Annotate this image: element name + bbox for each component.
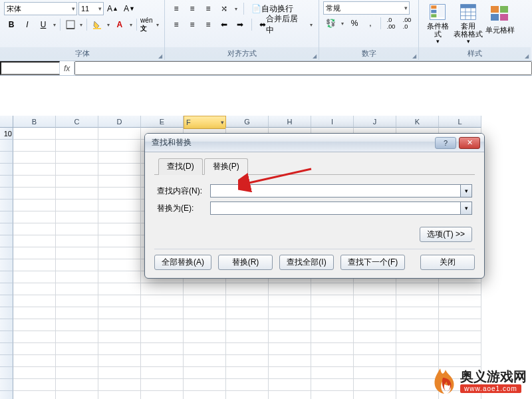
cell-B20[interactable] bbox=[13, 343, 56, 355]
close-button[interactable]: 关闭 bbox=[420, 255, 475, 270]
cell-D4[interactable] bbox=[98, 152, 141, 164]
fill-color-button[interactable] bbox=[90, 17, 104, 32]
decrease-font-button[interactable]: A▼ bbox=[122, 1, 137, 16]
align-bottom-button[interactable]: ≡ bbox=[201, 1, 215, 16]
row-header-21[interactable] bbox=[0, 355, 13, 367]
cell-H16[interactable] bbox=[269, 295, 311, 307]
cell-L15[interactable] bbox=[439, 283, 481, 295]
cell-C19[interactable] bbox=[56, 331, 98, 343]
row-header-7[interactable] bbox=[0, 188, 13, 200]
name-box[interactable] bbox=[0, 61, 60, 75]
cell-B13[interactable] bbox=[13, 259, 56, 271]
col-header-E[interactable]: E bbox=[141, 116, 184, 128]
cell-C16[interactable] bbox=[56, 295, 98, 307]
cell-K20[interactable] bbox=[396, 343, 439, 355]
cell-C14[interactable] bbox=[56, 271, 98, 283]
cell-E23[interactable] bbox=[141, 379, 184, 391]
merge-center-button[interactable]: ⬌ 合并后居中 bbox=[256, 17, 307, 32]
cell-E21[interactable] bbox=[141, 355, 184, 367]
dialog-close-button[interactable]: ✕ bbox=[459, 137, 480, 149]
cell-C21[interactable] bbox=[56, 355, 98, 367]
align-top-button[interactable]: ≡ bbox=[169, 1, 184, 16]
cell-K19[interactable] bbox=[396, 331, 439, 343]
cell-J15[interactable] bbox=[354, 283, 396, 295]
row-header-22[interactable] bbox=[0, 367, 13, 379]
row-header-8[interactable] bbox=[0, 200, 13, 211]
cell-H23[interactable] bbox=[269, 379, 311, 391]
cell-F15[interactable] bbox=[184, 283, 226, 295]
cell-E18[interactable] bbox=[141, 319, 184, 331]
fx-label[interactable]: fx bbox=[60, 61, 74, 75]
row-header-23[interactable] bbox=[0, 379, 13, 391]
cell-L17[interactable] bbox=[439, 307, 481, 319]
border-dropdown[interactable]: ▾ bbox=[79, 17, 84, 32]
row-header-14[interactable] bbox=[0, 271, 13, 283]
cell-J24[interactable] bbox=[354, 391, 396, 399]
cell-I16[interactable] bbox=[311, 295, 354, 307]
cell-D18[interactable] bbox=[98, 319, 141, 331]
cell-I24[interactable] bbox=[311, 391, 354, 399]
cell-B12[interactable] bbox=[13, 247, 56, 259]
row-header-6[interactable] bbox=[0, 176, 13, 188]
cell-I17[interactable] bbox=[311, 307, 354, 319]
cell-C20[interactable] bbox=[56, 343, 98, 355]
cell-B17[interactable] bbox=[13, 307, 56, 319]
border-button[interactable] bbox=[63, 17, 78, 32]
cell-H22[interactable] bbox=[269, 367, 311, 379]
row-header-20[interactable] bbox=[0, 343, 13, 355]
cell-H18[interactable] bbox=[269, 319, 311, 331]
cell-styles-button[interactable]: 单元格样 bbox=[484, 1, 516, 45]
cell-B15[interactable] bbox=[13, 283, 56, 295]
cell-J21[interactable] bbox=[354, 355, 396, 367]
increase-decimal-button[interactable]: .0.00 bbox=[384, 16, 398, 31]
cell-B6[interactable] bbox=[13, 176, 56, 188]
col-header-K[interactable]: K bbox=[396, 116, 439, 128]
number-format-select[interactable]: 常规 bbox=[323, 1, 410, 15]
cell-L16[interactable] bbox=[439, 295, 481, 307]
cell-J16[interactable] bbox=[354, 295, 396, 307]
formula-input[interactable] bbox=[74, 61, 532, 75]
cell-E24[interactable] bbox=[141, 391, 184, 399]
col-header-C[interactable]: C bbox=[56, 116, 98, 128]
cell-C17[interactable] bbox=[56, 307, 98, 319]
cell-D9[interactable] bbox=[98, 211, 141, 223]
cell-G20[interactable] bbox=[226, 343, 269, 355]
cell-I21[interactable] bbox=[311, 355, 354, 367]
cell-L20[interactable] bbox=[439, 343, 481, 355]
row-header-9[interactable] bbox=[0, 211, 13, 223]
cell-D6[interactable] bbox=[98, 176, 141, 188]
cell-K15[interactable] bbox=[396, 283, 439, 295]
cell-J19[interactable] bbox=[354, 331, 396, 343]
cell-K21[interactable] bbox=[396, 355, 439, 367]
cell-E16[interactable] bbox=[141, 295, 184, 307]
cell-F19[interactable] bbox=[184, 331, 226, 343]
font-size-select[interactable]: 11 bbox=[78, 2, 104, 15]
underline-button[interactable]: U bbox=[36, 17, 51, 32]
col-header-B[interactable]: B bbox=[13, 116, 56, 128]
accounting-format-button[interactable]: 💱 bbox=[323, 16, 338, 31]
italic-button[interactable]: I bbox=[20, 17, 35, 32]
dialog-titlebar[interactable]: 查找和替换 ? ✕ bbox=[145, 134, 484, 152]
cell-C22[interactable] bbox=[56, 367, 98, 379]
cell-C10[interactable] bbox=[56, 223, 98, 235]
cell-H24[interactable] bbox=[269, 391, 311, 399]
decrease-decimal-button[interactable]: .00.0 bbox=[400, 16, 414, 31]
cell-C5[interactable] bbox=[56, 164, 98, 176]
row-header-16[interactable] bbox=[0, 295, 13, 307]
cell-L18[interactable] bbox=[439, 319, 481, 331]
indent-increase-button[interactable]: ➡ bbox=[233, 17, 247, 32]
cell-C7[interactable] bbox=[56, 188, 98, 200]
cell-B9[interactable] bbox=[13, 211, 56, 223]
cell-D5[interactable] bbox=[98, 164, 141, 176]
cell-H15[interactable] bbox=[269, 283, 311, 295]
cell-D10[interactable] bbox=[98, 223, 141, 235]
cell-B2[interactable] bbox=[13, 128, 56, 140]
accounting-dropdown[interactable]: ▾ bbox=[339, 16, 346, 31]
row-header-17[interactable] bbox=[0, 307, 13, 319]
font-color-button[interactable]: A bbox=[112, 17, 127, 32]
row-header-4[interactable] bbox=[0, 152, 13, 164]
cell-I23[interactable] bbox=[311, 379, 354, 391]
col-header-D[interactable]: D bbox=[98, 116, 141, 128]
cell-D19[interactable] bbox=[98, 331, 141, 343]
cell-J23[interactable] bbox=[354, 379, 396, 391]
